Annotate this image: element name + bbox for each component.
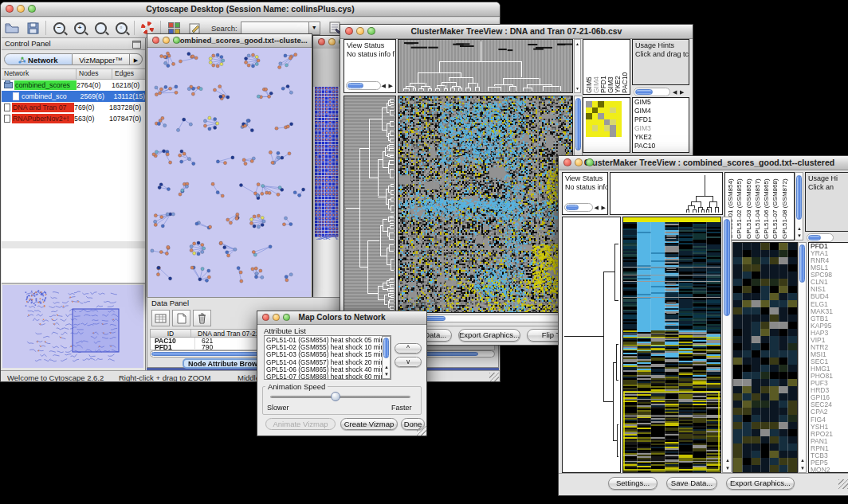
dialog-titlebar[interactable]: Map Colors to Network bbox=[257, 311, 426, 325]
tv2-status-scroll-thumb[interactable] bbox=[566, 205, 579, 210]
tv1-export-graphics-button[interactable]: Export Graphics... bbox=[458, 329, 520, 342]
tv1-heatmap[interactable] bbox=[398, 96, 572, 312]
zoom-fit-button[interactable] bbox=[90, 20, 111, 37]
scroll-left-icon[interactable]: ◀ bbox=[673, 88, 677, 96]
create-vizmap-button[interactable]: Create Vizmap bbox=[340, 418, 398, 430]
search-input[interactable] bbox=[241, 21, 309, 35]
zoom-out-button[interactable]: − bbox=[49, 20, 69, 37]
tv2-column-label[interactable]: GPL51-03 (GSM856) bbox=[745, 174, 754, 239]
scroll-down-icon[interactable]: ▼ bbox=[575, 84, 579, 92]
tv1-column-label[interactable]: YKE2 bbox=[614, 41, 621, 93]
tv1-column-label[interactable]: GIM3 bbox=[607, 41, 614, 93]
tv1-status-scrollbar[interactable] bbox=[346, 81, 381, 90]
scroll-down-icon[interactable]: ▼ bbox=[724, 464, 732, 472]
col-nodes[interactable]: Nodes bbox=[77, 69, 112, 79]
save-session-button[interactable] bbox=[22, 20, 43, 37]
move-up-button[interactable]: ^ bbox=[395, 343, 422, 354]
tv2-labels-scroll-thumb[interactable] bbox=[796, 175, 802, 220]
zoom-icon[interactable] bbox=[283, 314, 290, 321]
network-list-row[interactable]: combined_scores2764(0)16218(0) bbox=[2, 80, 145, 91]
tv1-row-label[interactable]: PFD1 bbox=[633, 115, 689, 124]
tv1-column-label[interactable]: PAC10 bbox=[621, 41, 628, 93]
tv2-column-dendrogram[interactable] bbox=[610, 173, 722, 214]
tv1-status-scroll-thumb[interactable] bbox=[347, 83, 363, 88]
zoom-icon[interactable] bbox=[28, 5, 36, 13]
tv2-labels-scrollbar[interactable]: ▲ ▼ bbox=[795, 172, 803, 240]
zoom-in-button[interactable]: + bbox=[69, 20, 90, 37]
tv1-row-label[interactable]: YKE2 bbox=[633, 133, 689, 142]
close-icon[interactable] bbox=[318, 38, 325, 45]
attribute-list[interactable]: GPL51-01 (GSM854) heat shock 05 minGPL51… bbox=[264, 335, 391, 380]
attribute-list-item[interactable]: GPL51-06 (GSM865) heat shock 40 min bbox=[266, 366, 389, 373]
tv2-hints-scrollbar[interactable] bbox=[807, 233, 834, 242]
minimize-icon[interactable] bbox=[17, 5, 25, 13]
zoom-icon[interactable] bbox=[586, 158, 594, 166]
tv2-settings-button[interactable]: Settings... bbox=[608, 477, 658, 490]
tv2-column-label[interactable]: GPL51-08 (GSM872) bbox=[781, 174, 790, 239]
resize-grip[interactable] bbox=[417, 426, 426, 436]
attribute-list-item[interactable]: GPL51-04 (GSM857) heat shock 20 min bbox=[266, 359, 389, 366]
tv1-row-dendrogram[interactable] bbox=[344, 96, 395, 312]
scroll-down-icon[interactable]: ▼ bbox=[383, 370, 391, 378]
scroll-up-icon[interactable]: ▲ bbox=[575, 40, 579, 48]
tv2-export-graphics-button[interactable]: Export Graphics... bbox=[726, 477, 795, 490]
scroll-down-icon[interactable]: ▼ bbox=[795, 232, 803, 240]
tv1-row-label[interactable]: GIM5 bbox=[633, 98, 689, 107]
zoom-icon[interactable] bbox=[367, 27, 375, 35]
tv1-column-dendrogram[interactable] bbox=[398, 40, 572, 92]
tv1-row-label[interactable]: PAC10 bbox=[633, 142, 689, 150]
tv2-save-data-button[interactable]: Save Data... bbox=[666, 477, 717, 490]
tv2-heatmap[interactable] bbox=[623, 217, 720, 472]
tv2-zoom-scrollbar[interactable]: ▲ ▼ bbox=[798, 242, 807, 473]
attribute-list-item[interactable]: GPL51-02 (GSM855) heat shock 10 min bbox=[266, 344, 389, 351]
col-network[interactable]: Network bbox=[2, 69, 77, 79]
tv2-zoom-heatmap[interactable] bbox=[733, 243, 797, 472]
tv2-column-label[interactable]: GPL51-06 (GSM865) bbox=[763, 174, 771, 239]
tv1-row-label[interactable]: GIM3 bbox=[633, 124, 689, 133]
network-list-row[interactable]: RNAPuberNov2+!563(0)107847(0) bbox=[2, 113, 145, 124]
scroll-right-icon[interactable]: ▶ bbox=[389, 82, 393, 90]
tv1-column-label[interactable]: PFD1 bbox=[599, 41, 607, 93]
scroll-down-icon[interactable]: ▼ bbox=[799, 464, 807, 472]
resize-grip[interactable] bbox=[838, 479, 848, 489]
close-icon[interactable] bbox=[563, 158, 571, 166]
data-col-id[interactable]: ID bbox=[151, 330, 191, 337]
search-dropdown-button[interactable]: ▼ bbox=[309, 21, 320, 35]
tab-vizmapper[interactable]: VizMapper™ bbox=[73, 53, 130, 65]
scroll-left-icon[interactable]: ◀ bbox=[382, 82, 386, 90]
tv2-row-dendrogram[interactable] bbox=[563, 217, 620, 472]
delete-attribute-button[interactable] bbox=[193, 310, 211, 326]
tv1-thin-scrollbar[interactable]: ▲ ▼ bbox=[574, 39, 581, 93]
attribute-list-scrollbar[interactable]: ▲ ▼ bbox=[382, 336, 391, 379]
col-edges[interactable]: Edges bbox=[112, 69, 145, 79]
network-canvas[interactable] bbox=[148, 48, 311, 299]
tab-overflow-button[interactable]: ▶ bbox=[130, 53, 143, 65]
scroll-left-icon[interactable]: ◀ bbox=[595, 204, 599, 212]
tv1-column-label[interactable]: GIM5 bbox=[585, 41, 592, 93]
network-list-row[interactable]: combined_sco2569(6)13112(15) bbox=[2, 91, 145, 102]
tv1-hints-scrollbar[interactable] bbox=[634, 88, 670, 96]
tv2-vscrollbar[interactable]: ▲ ▼ bbox=[722, 217, 732, 473]
scroll-right-icon[interactable]: ▶ bbox=[680, 88, 684, 96]
close-icon[interactable] bbox=[152, 37, 159, 44]
tv2-column-label[interactable]: GPL51-07 (GSM868) bbox=[771, 174, 780, 239]
select-attributes-button[interactable] bbox=[151, 310, 170, 326]
float-panel-icon[interactable] bbox=[132, 41, 141, 49]
close-icon[interactable] bbox=[345, 27, 353, 35]
minimize-icon[interactable] bbox=[328, 38, 336, 45]
scroll-up-icon[interactable]: ▲ bbox=[724, 456, 732, 464]
scroll-right-icon[interactable]: ▶ bbox=[602, 204, 606, 212]
tv1-row-label[interactable]: GIM4 bbox=[633, 107, 689, 115]
tv2-zoom-scroll-thumb[interactable] bbox=[799, 244, 805, 283]
animation-slider-track[interactable] bbox=[270, 396, 410, 398]
attribute-scroll-thumb[interactable] bbox=[383, 338, 389, 358]
new-attribute-button[interactable] bbox=[172, 310, 190, 326]
move-down-button[interactable]: v bbox=[395, 357, 422, 367]
tv1-column-label[interactable]: GIM4 bbox=[592, 41, 599, 93]
minimize-icon[interactable] bbox=[163, 37, 170, 44]
panel-splitter[interactable] bbox=[2, 283, 145, 284]
network-list-row[interactable]: DNA and Tran 07769(0)183728(0) bbox=[2, 102, 145, 113]
minimize-icon[interactable] bbox=[356, 27, 364, 35]
zoom-selected-button[interactable]: ▫ bbox=[111, 20, 132, 37]
treeview2-titlebar[interactable]: ClusterMaker TreeView : combined_scores_… bbox=[559, 156, 848, 170]
